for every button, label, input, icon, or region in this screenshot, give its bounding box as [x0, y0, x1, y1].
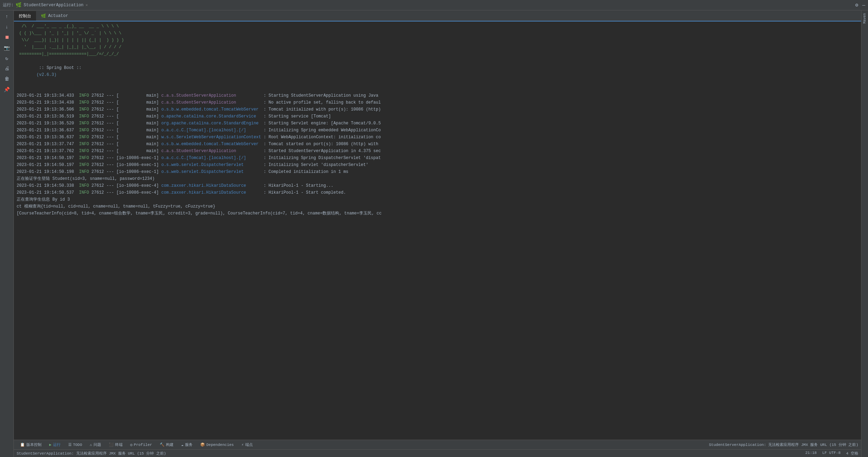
endpoints-icon: ⚡	[241, 442, 244, 447]
time-label: 21:18	[805, 451, 817, 456]
terminal-label: 终端	[115, 442, 123, 447]
log-entry-3: 2023-01-21 19:13:36.506 INFO 27612 --- […	[17, 106, 858, 113]
log-entry-1: 2023-01-21 19:13:34.433 INFO 27612 --- […	[17, 92, 858, 99]
bottom-tab-problems[interactable]: ⚠ 问题	[86, 441, 105, 448]
status-strip-right: 21:18 LF UTF-8 4 空格	[805, 451, 858, 456]
log-entry-2: 2023-01-21 19:13:34.438 INFO 27612 --- […	[17, 99, 858, 106]
bottom-tab-todo[interactable]: ☰ TODO	[65, 442, 86, 448]
ascii-art-line-1: /\ / ___'_ __ _ _(_)_ __ __ _ \ \ \ \	[17, 23, 858, 30]
run-label: 运行	[53, 442, 61, 447]
log-entry-4: 2023-01-21 19:13:36.519 INFO 27612 --- […	[17, 113, 858, 120]
stop-icon[interactable]: ⏹	[1, 33, 13, 42]
delete-icon[interactable]: 🗑	[1, 74, 13, 84]
log-entry-5: 2023-01-21 19:13:36.520 INFO 27612 --- […	[17, 120, 858, 127]
services-icon: ☁	[181, 442, 184, 447]
right-sidebar: Maven	[861, 10, 868, 457]
ascii-art-line-2: ( ( )\___ | '_ | '_| | '_ \/ _` | \ \ \ …	[17, 30, 858, 37]
dependencies-label: Dependencies	[206, 443, 234, 447]
log-entry-7: 2023-01-21 19:13:36.637 INFO 27612 --- […	[17, 134, 858, 141]
tabs-bar: 控制台 🌿 Actuator	[14, 10, 861, 21]
bottom-tab-terminal[interactable]: ⬛ 终端	[105, 441, 126, 448]
todo-label: TODO	[73, 443, 82, 447]
spring-boot-label: :: Spring Boot ::	[37, 65, 122, 70]
log-hikari-2: 2023-01-21 19:14:50.537 INFO 27612 --- […	[17, 189, 858, 196]
terminal-icon: ⬛	[109, 442, 114, 447]
profiler-label: Profiler	[134, 443, 152, 447]
bottom-tab-services[interactable]: ☁ 服务	[178, 441, 196, 448]
log-entry-11: 2023-01-21 19:14:50.197 INFO 27612 --- […	[17, 161, 858, 168]
content-area: 控制台 🌿 Actuator /\ / ___'_ __ _ _(_)_ __ …	[14, 10, 861, 457]
tab-actuator-label: Actuator	[48, 14, 68, 18]
bottom-tab-build[interactable]: 🔨 构建	[156, 441, 177, 448]
run-status-label: 运行:	[3, 2, 14, 8]
ct-line: ct 模糊查询{tid=null, cid=null, cname=null, …	[17, 203, 858, 210]
build-label: 构建	[166, 442, 174, 447]
bottom-right: StudentServerApplication: 无法检索应用程序 JMX 服…	[709, 442, 858, 447]
ascii-art-line-4: ' |____| .__|_| |_|_| |_\__, | / / / /	[17, 44, 858, 51]
tab-console[interactable]: 控制台	[14, 11, 36, 21]
problems-label: 问题	[94, 442, 101, 447]
vcs-label: 版本控制	[26, 442, 42, 447]
validation-line: 正在验证学生登陆 Student(sid=3, sname=null, pass…	[17, 175, 858, 182]
minimize-icon[interactable]: —	[862, 2, 865, 8]
bottom-tabs: 📋 版本控制 ▶ 运行 ☰ TODO ⚠ 问题 ⬛ 终端	[17, 441, 256, 448]
camera-icon[interactable]: 📷	[1, 43, 13, 53]
top-bar: 运行: 🌿 StudentServerApplication ✕ ⚙ —	[0, 0, 868, 10]
scroll-down-icon[interactable]: ↓	[1, 22, 13, 32]
left-sidebar: ↑ ↓ ⏹ 📷 ↻ 🖨 🗑 📌	[0, 10, 14, 457]
status-message: StudentServerApplication: 无法检索应用程序 JMX 服…	[709, 442, 858, 447]
encoding-label: LF UTF-8	[822, 451, 841, 456]
tab-actuator[interactable]: 🌿 Actuator	[36, 11, 73, 21]
app-icon: 🌿	[16, 2, 21, 8]
actuator-icon: 🌿	[41, 14, 46, 19]
query-line: 正在查询学生信息 By id 3	[17, 196, 858, 203]
run-icon: ▶	[49, 442, 52, 447]
bottom-tab-run[interactable]: ▶ 运行	[46, 441, 64, 448]
app-name-label: StudentServerApplication	[24, 3, 83, 8]
main-layout: ↑ ↓ ⏹ 📷 ↻ 🖨 🗑 📌 控制台 🌿 Actuator /\ / ___'…	[0, 10, 868, 457]
console-output[interactable]: /\ / ___'_ __ _ _(_)_ __ __ _ \ \ \ \ ( …	[14, 21, 861, 440]
bottom-tab-endpoints[interactable]: ⚡ 端点	[238, 441, 256, 448]
build-icon: 🔨	[160, 442, 165, 447]
bottom-tab-vcs[interactable]: 📋 版本控制	[17, 441, 45, 448]
maven-label[interactable]: Maven	[863, 13, 867, 24]
services-label: 服务	[185, 442, 193, 447]
top-bar-right: ⚙ —	[855, 2, 865, 8]
bottom-bar: 📋 版本控制 ▶ 运行 ☰ TODO ⚠ 问题 ⬛ 终端	[14, 440, 861, 449]
blank-line-1	[17, 85, 858, 92]
status-strip-message: StudentServerApplication: 无法检索应用程序 JMX 服…	[17, 451, 166, 456]
log-entry-10: 2023-01-21 19:14:50.197 INFO 27612 --- […	[17, 155, 858, 161]
problems-icon: ⚠	[90, 442, 92, 447]
indent-label: 4 空格	[846, 451, 858, 456]
bottom-tab-dependencies[interactable]: 📦 Dependencies	[197, 442, 237, 448]
log-entry-8: 2023-01-21 19:13:37.747 INFO 27612 --- […	[17, 141, 858, 148]
refresh-icon[interactable]: ↻	[1, 53, 13, 63]
tab-console-label: 控制台	[19, 13, 31, 19]
profiler-icon: ◎	[130, 442, 133, 447]
print-icon[interactable]: 🖨	[1, 64, 13, 73]
vcs-icon: 📋	[20, 442, 25, 447]
endpoints-label: 端点	[245, 442, 253, 447]
top-bar-left: 运行: 🌿 StudentServerApplication ✕	[3, 2, 88, 8]
log-entry-9: 2023-01-21 19:13:37.762 INFO 27612 --- […	[17, 148, 858, 155]
ascii-art-line-5: =========|_|===============|___/=/_/_/_/	[17, 51, 858, 58]
spring-boot-version: (v2.6.3)	[37, 72, 57, 77]
pin-icon[interactable]: 📌	[1, 85, 13, 94]
scroll-up-icon[interactable]: ↑	[1, 12, 13, 21]
log-hikari-1: 2023-01-21 19:14:50.338 INFO 27612 --- […	[17, 182, 858, 189]
todo-icon: ☰	[68, 442, 72, 447]
log-entry-12: 2023-01-21 19:14:50.198 INFO 27612 --- […	[17, 168, 858, 175]
bottom-tab-profiler[interactable]: ◎ Profiler	[127, 442, 156, 448]
status-strip: StudentServerApplication: 无法检索应用程序 JMX 服…	[14, 449, 861, 457]
ascii-art-line-3: \\/ ___)| |_)| | | | | || (_| | ) ) ) )	[17, 37, 858, 44]
dependencies-icon: 📦	[200, 442, 205, 447]
log-entry-6: 2023-01-21 19:13:36.637 INFO 27612 --- […	[17, 127, 858, 134]
settings-icon[interactable]: ⚙	[855, 2, 858, 8]
course-data-line: [CourseTeacherInfo(cid=8, tid=4, cname=组…	[17, 210, 858, 217]
spring-boot-line: :: Spring Boot :: (v2.6.3)	[17, 58, 858, 85]
close-tab-icon[interactable]: ✕	[86, 3, 88, 7]
